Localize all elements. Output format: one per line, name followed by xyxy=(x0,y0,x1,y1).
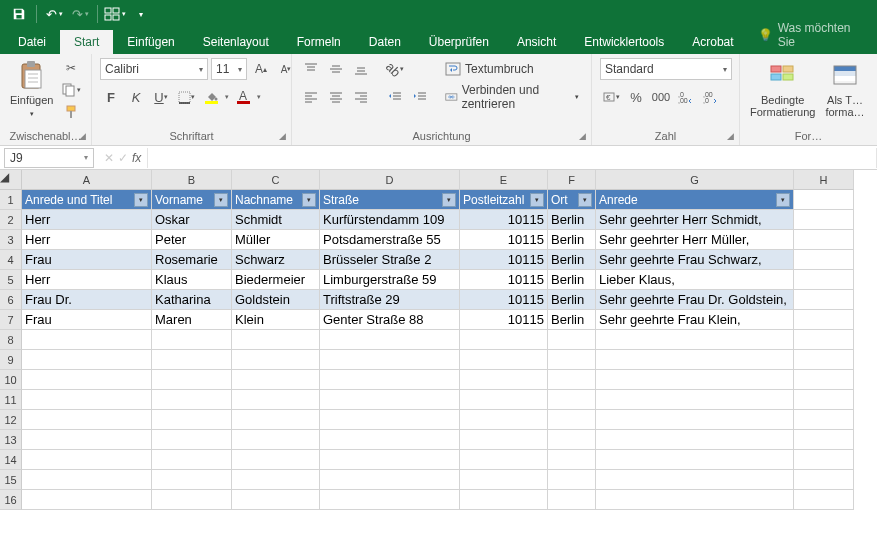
paste-button[interactable]: Einfügen▾ xyxy=(8,58,55,120)
cell[interactable]: Vorname▾ xyxy=(152,190,232,210)
cell[interactable] xyxy=(320,430,460,450)
alignment-dialog-launcher[interactable]: ◢ xyxy=(576,130,588,142)
select-all-corner[interactable]: ◢ xyxy=(0,170,22,190)
cell[interactable] xyxy=(548,490,596,510)
cell[interactable]: Brüsseler Straße 2 xyxy=(320,250,460,270)
cell[interactable] xyxy=(232,350,320,370)
cell[interactable] xyxy=(596,410,794,430)
insert-function-button[interactable]: fx xyxy=(132,151,141,165)
column-header[interactable]: D xyxy=(320,170,460,190)
cut-button[interactable]: ✂ xyxy=(61,58,81,78)
cell[interactable] xyxy=(460,490,548,510)
cell[interactable]: 10115 xyxy=(460,310,548,330)
cell[interactable]: Genter Straße 88 xyxy=(320,310,460,330)
cell[interactable]: Schmidt xyxy=(232,210,320,230)
cell[interactable] xyxy=(152,470,232,490)
tab-acrobat[interactable]: Acrobat xyxy=(678,30,747,54)
column-header[interactable]: F xyxy=(548,170,596,190)
font-dialog-launcher[interactable]: ◢ xyxy=(276,130,288,142)
cell[interactable] xyxy=(548,370,596,390)
filter-button[interactable]: ▾ xyxy=(578,193,592,207)
row-header[interactable]: 3 xyxy=(0,230,22,250)
cell[interactable] xyxy=(794,350,854,370)
cell[interactable] xyxy=(794,430,854,450)
cell[interactable]: Sehr geehrter Herr Schmidt, xyxy=(596,210,794,230)
undo-button[interactable]: ↶▾ xyxy=(41,2,67,26)
filter-button[interactable]: ▾ xyxy=(776,193,790,207)
cell[interactable] xyxy=(596,370,794,390)
cell[interactable] xyxy=(22,470,152,490)
cell[interactable] xyxy=(794,370,854,390)
cell[interactable]: Limburgerstraße 59 xyxy=(320,270,460,290)
filter-button[interactable]: ▾ xyxy=(530,193,544,207)
row-header[interactable]: 15 xyxy=(0,470,22,490)
cell[interactable] xyxy=(152,370,232,390)
formula-input[interactable] xyxy=(147,148,877,168)
cell[interactable] xyxy=(152,490,232,510)
percent-button[interactable]: % xyxy=(625,86,647,108)
cell[interactable] xyxy=(460,470,548,490)
tab-überprüfen[interactable]: Überprüfen xyxy=(415,30,503,54)
align-center-button[interactable] xyxy=(325,86,347,108)
row-header[interactable]: 10 xyxy=(0,370,22,390)
cell[interactable] xyxy=(232,450,320,470)
increase-indent-button[interactable] xyxy=(409,86,431,108)
cell[interactable]: Herr xyxy=(22,230,152,250)
cell[interactable]: Katharina xyxy=(152,290,232,310)
italic-button[interactable]: K xyxy=(125,86,147,108)
cell[interactable] xyxy=(22,450,152,470)
number-dialog-launcher[interactable]: ◢ xyxy=(724,130,736,142)
cell[interactable]: 10115 xyxy=(460,250,548,270)
fill-color-button[interactable] xyxy=(200,86,222,108)
cell[interactable]: Goldstein xyxy=(232,290,320,310)
tab-datei[interactable]: Datei xyxy=(4,30,60,54)
cell[interactable]: Oskar xyxy=(152,210,232,230)
cell[interactable] xyxy=(460,370,548,390)
cell[interactable] xyxy=(460,450,548,470)
cell[interactable] xyxy=(794,470,854,490)
row-header[interactable]: 4 xyxy=(0,250,22,270)
tab-start[interactable]: Start xyxy=(60,30,113,54)
cell[interactable]: Sehr geehrter Herr Müller, xyxy=(596,230,794,250)
copy-button[interactable]: ▾ xyxy=(61,80,81,100)
cell[interactable] xyxy=(460,350,548,370)
cell[interactable] xyxy=(460,410,548,430)
cell[interactable] xyxy=(794,330,854,350)
cell[interactable] xyxy=(596,470,794,490)
cell[interactable] xyxy=(152,410,232,430)
wrap-text-button[interactable]: Textumbruch xyxy=(441,58,583,80)
cell[interactable]: Ort▾ xyxy=(548,190,596,210)
cell[interactable] xyxy=(596,450,794,470)
column-header[interactable]: G xyxy=(596,170,794,190)
cell[interactable]: Herr xyxy=(22,270,152,290)
enter-formula-button[interactable]: ✓ xyxy=(118,151,128,165)
cell[interactable]: Berlin xyxy=(548,290,596,310)
column-header[interactable]: A xyxy=(22,170,152,190)
cell[interactable]: Frau xyxy=(22,250,152,270)
cell[interactable] xyxy=(320,350,460,370)
cell[interactable] xyxy=(320,390,460,410)
cell[interactable] xyxy=(596,350,794,370)
row-header[interactable]: 14 xyxy=(0,450,22,470)
cell[interactable] xyxy=(596,330,794,350)
cell[interactable] xyxy=(22,410,152,430)
cell[interactable] xyxy=(596,390,794,410)
row-header[interactable]: 6 xyxy=(0,290,22,310)
cell[interactable]: Berlin xyxy=(548,210,596,230)
font-name-combo[interactable]: Calibri▾ xyxy=(100,58,208,80)
cell[interactable] xyxy=(794,310,854,330)
cell[interactable] xyxy=(548,330,596,350)
tab-einfügen[interactable]: Einfügen xyxy=(113,30,188,54)
cell[interactable]: Lieber Klaus, xyxy=(596,270,794,290)
cell[interactable] xyxy=(22,330,152,350)
cell[interactable] xyxy=(548,390,596,410)
cell[interactable] xyxy=(22,370,152,390)
number-format-combo[interactable]: Standard▾ xyxy=(600,58,732,80)
cell[interactable] xyxy=(232,430,320,450)
cancel-formula-button[interactable]: ✕ xyxy=(104,151,114,165)
row-header[interactable]: 2 xyxy=(0,210,22,230)
cell[interactable] xyxy=(596,430,794,450)
orientation-button[interactable]: ab▾ xyxy=(384,58,406,80)
cell[interactable]: 10115 xyxy=(460,230,548,250)
cell[interactable]: Triftstraße 29 xyxy=(320,290,460,310)
